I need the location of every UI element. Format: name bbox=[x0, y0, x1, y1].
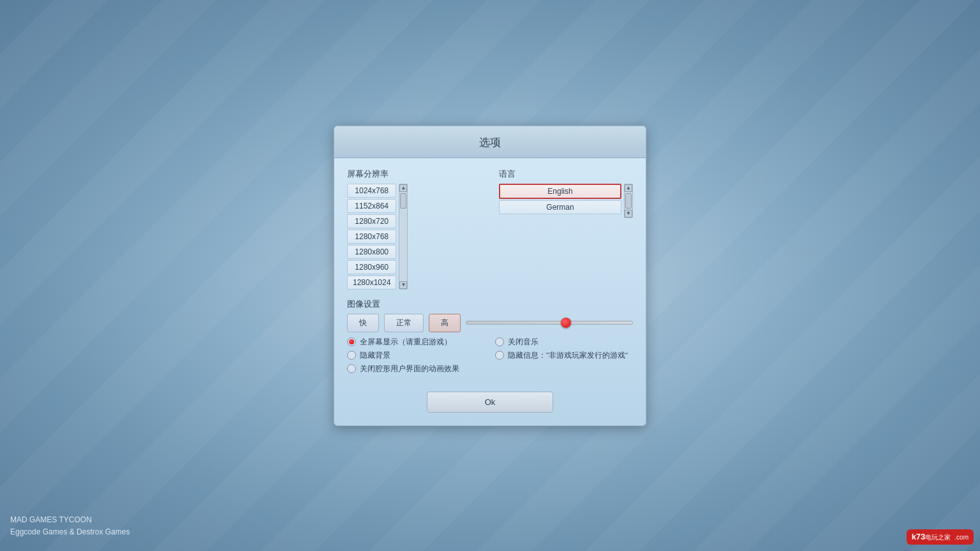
quality-normal-btn[interactable]: 正常 bbox=[384, 314, 424, 332]
mute-music-label: 关闭音乐 bbox=[508, 337, 538, 347]
language-section: 语言 English German ▲ ▼ bbox=[499, 168, 633, 290]
slider-thumb[interactable] bbox=[561, 318, 571, 328]
scroll-up-btn[interactable]: ▲ bbox=[399, 184, 407, 192]
dialog-overlay: 选项 屏幕分辨率 1024x768 1152x864 1280x720 1280… bbox=[0, 0, 980, 551]
main-columns: 屏幕分辨率 1024x768 1152x864 1280x720 1280x76… bbox=[347, 168, 633, 290]
language-list: English German bbox=[499, 184, 621, 218]
res-1280x960[interactable]: 1280x960 bbox=[347, 260, 396, 274]
fullscreen-label: 全屏幕显示（请重启游戏） bbox=[360, 337, 452, 347]
dialog-title: 选项 bbox=[334, 135, 646, 150]
option-hide-bg: 隐藏背景 bbox=[347, 351, 485, 360]
res-1280x800[interactable]: 1280x800 bbox=[347, 245, 396, 259]
resolution-section: 屏幕分辨率 1024x768 1152x864 1280x720 1280x76… bbox=[347, 168, 489, 290]
language-label: 语言 bbox=[499, 168, 633, 180]
graphics-row: 快 正常 高 bbox=[347, 314, 633, 332]
resolution-list: 1024x768 1152x864 1280x720 1280x768 1280… bbox=[347, 184, 396, 290]
option-fullscreen: 全屏幕显示（请重启游戏） bbox=[347, 337, 485, 347]
language-scrollbar: ▲ ▼ bbox=[624, 184, 633, 218]
option-mute-music: 关闭音乐 bbox=[495, 337, 633, 347]
res-1024x768[interactable]: 1024x768 bbox=[347, 184, 396, 198]
options-grid: 全屏幕显示（请重启游戏） 关闭音乐 隐藏背景 隐藏信息："非游戏玩家发行的游戏" bbox=[347, 337, 633, 374]
graphics-section: 图像设置 快 正常 高 bbox=[347, 298, 633, 332]
disable-anim-label: 关闭腔形用户界面的动画效果 bbox=[360, 364, 459, 374]
lang-scroll-down-btn[interactable]: ▼ bbox=[625, 210, 632, 217]
mute-music-radio[interactable] bbox=[495, 337, 504, 346]
lang-german[interactable]: German bbox=[499, 200, 621, 214]
dialog-title-bar: 选项 bbox=[334, 126, 646, 158]
quality-high-btn[interactable]: 高 bbox=[429, 314, 461, 332]
disable-anim-radio[interactable] bbox=[347, 364, 356, 373]
resolution-label: 屏幕分辨率 bbox=[347, 168, 489, 180]
res-1280x768[interactable]: 1280x768 bbox=[347, 230, 396, 244]
quality-slider[interactable] bbox=[466, 316, 633, 329]
language-list-container: English German ▲ ▼ bbox=[499, 184, 633, 218]
quality-fast-btn[interactable]: 快 bbox=[347, 314, 379, 332]
ok-button[interactable]: Ok bbox=[427, 392, 554, 413]
res-1280x720[interactable]: 1280x720 bbox=[347, 214, 396, 228]
options-dialog: 选项 屏幕分辨率 1024x768 1152x864 1280x720 1280… bbox=[334, 126, 646, 426]
res-1152x864[interactable]: 1152x864 bbox=[347, 199, 396, 213]
dialog-body: 屏幕分辨率 1024x768 1152x864 1280x720 1280x76… bbox=[334, 158, 646, 425]
fullscreen-radio[interactable] bbox=[347, 337, 356, 346]
ok-row: Ok bbox=[347, 392, 633, 413]
hide-bg-label: 隐藏背景 bbox=[360, 351, 390, 360]
res-1280x1024[interactable]: 1280x1024 bbox=[347, 276, 396, 290]
lang-scroll-up-btn[interactable]: ▲ bbox=[625, 184, 632, 192]
hide-bg-radio[interactable] bbox=[347, 351, 356, 360]
hide-info-label: 隐藏信息："非游戏玩家发行的游戏" bbox=[508, 351, 628, 360]
lang-scroll-thumb[interactable] bbox=[625, 193, 632, 209]
scroll-down-btn[interactable]: ▼ bbox=[399, 281, 407, 289]
hide-info-radio[interactable] bbox=[495, 351, 504, 360]
slider-track bbox=[466, 321, 633, 325]
option-hide-info: 隐藏信息："非游戏玩家发行的游戏" bbox=[495, 351, 633, 360]
resolution-scrollbar: ▲ ▼ bbox=[399, 184, 408, 290]
option-disable-animation: 关闭腔形用户界面的动画效果 bbox=[347, 364, 485, 374]
resolution-list-container: 1024x768 1152x864 1280x720 1280x768 1280… bbox=[347, 184, 489, 290]
scroll-thumb[interactable] bbox=[400, 193, 406, 209]
lang-english[interactable]: English bbox=[499, 184, 621, 199]
graphics-label: 图像设置 bbox=[347, 298, 633, 310]
